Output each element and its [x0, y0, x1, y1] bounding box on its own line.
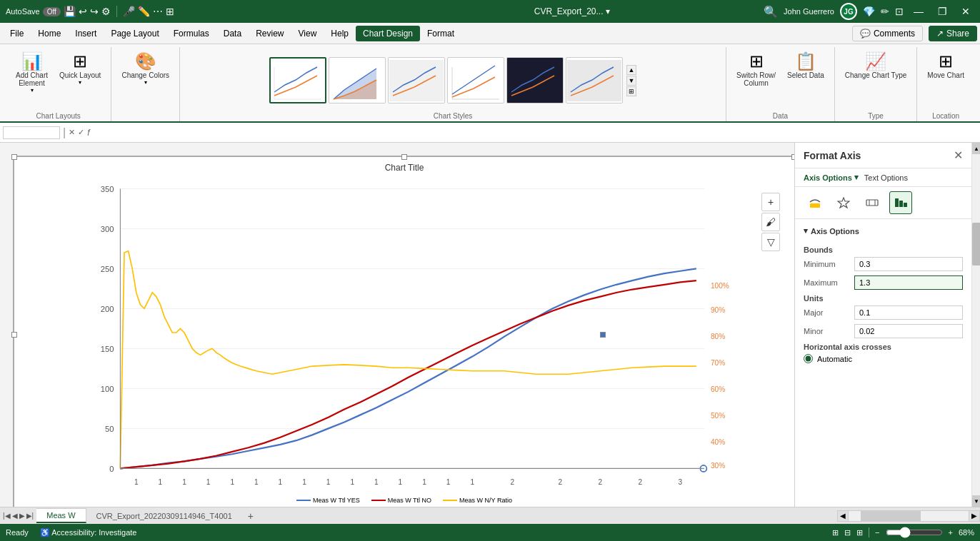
ribbon-icon[interactable]: 💎 [863, 6, 875, 17]
axis-options-tab[interactable]: Axis Options ▾ [804, 173, 859, 182]
save-icon[interactable]: 💾 [64, 6, 76, 17]
automatic-radio[interactable] [804, 354, 813, 363]
menu-formulas[interactable]: Formulas [166, 26, 216, 41]
panel-close-button[interactable]: ✕ [954, 148, 963, 162]
menu-format[interactable]: Format [420, 26, 461, 41]
panel-scroll-up[interactable]: ▲ [972, 143, 980, 154]
autosave-toggle[interactable]: Off [43, 7, 61, 16]
chart-styles-scroll-up[interactable]: ▲ [626, 65, 636, 75]
zoom-out-icon[interactable]: − [875, 528, 879, 537]
chart-title[interactable]: Chart Title [14, 163, 794, 173]
panel-scrollbar[interactable]: ▲ ▼ [971, 143, 980, 507]
axis-options-section-header[interactable]: ▾ Axis Options [804, 223, 963, 238]
search-icon[interactable]: 🔍 [764, 5, 778, 19]
name-box[interactable] [3, 126, 60, 139]
handle-topleft[interactable] [11, 154, 17, 160]
select-data-button[interactable]: 📋 Select Data [783, 50, 829, 82]
redo-icon[interactable]: ↪ [90, 6, 99, 17]
formula-confirm-icon[interactable]: ✓ [78, 128, 84, 138]
fill-icon-btn[interactable] [804, 191, 826, 214]
sheet-tab-meas-w[interactable]: Meas W [36, 508, 86, 523]
text-options-tab[interactable]: Text Options [864, 173, 908, 182]
avatar[interactable]: JG [840, 3, 857, 20]
svg-text:2: 2 [510, 478, 514, 486]
handle-top[interactable] [401, 154, 407, 160]
chart-filters-button[interactable]: ▽ [761, 233, 780, 251]
menu-chart-design[interactable]: Chart Design [356, 26, 420, 41]
sheet-tab-cvr-export[interactable]: CVR_Export_20220309114946_T4001 [86, 510, 242, 522]
page-layout-view-icon[interactable]: ⊟ [844, 528, 851, 537]
menu-data[interactable]: Data [216, 26, 249, 41]
page-break-view-icon[interactable]: ⊞ [856, 528, 863, 537]
handle-topright[interactable] [791, 154, 794, 160]
menu-insert[interactable]: Insert [68, 26, 104, 41]
comments-button[interactable]: 💬Comments [852, 26, 923, 41]
minimize-button[interactable]: — [909, 6, 928, 17]
handle-right[interactable] [600, 332, 606, 338]
scroll-right[interactable]: ▶ [969, 510, 980, 522]
close-button[interactable]: ✕ [957, 6, 974, 17]
zoom-in-icon[interactable]: + [949, 528, 953, 537]
add-sheet-button[interactable]: + [242, 508, 259, 524]
menu-file[interactable]: File [3, 26, 31, 41]
menu-review[interactable]: Review [249, 26, 291, 41]
axis-options-icon-btn[interactable] [889, 191, 912, 214]
minimum-input[interactable] [854, 257, 963, 271]
menu-help[interactable]: Help [324, 26, 356, 41]
pen-icon[interactable]: ✏️ [138, 6, 150, 17]
scroll-left[interactable]: ◀ [837, 510, 849, 522]
zoom-level[interactable]: 68% [959, 528, 974, 537]
move-chart-button[interactable]: ⊞ Move Chart [923, 50, 969, 82]
chart-style-5[interactable] [506, 57, 564, 103]
chart-styles-scroll-more[interactable]: ⊞ [626, 86, 636, 96]
comments-icon[interactable]: ✏ [881, 6, 889, 17]
switch-row-column-button[interactable]: ⊞ Switch Row/Column [732, 50, 780, 90]
maximum-input[interactable] [854, 275, 963, 290]
chart-style-3[interactable] [388, 57, 445, 103]
change-colors-button[interactable]: 🎨 Change Colors ▾ [117, 50, 174, 89]
more-icon[interactable]: ⋯ [153, 6, 163, 17]
mic-icon[interactable]: 🎤 [123, 6, 135, 17]
size-props-icon-btn[interactable] [861, 191, 884, 214]
chart-styles-button[interactable]: 🖌 [761, 213, 780, 231]
tab-nav-last[interactable]: ▶| [26, 512, 34, 520]
panel-scroll-thumb[interactable] [972, 223, 980, 266]
formula-insert-icon[interactable]: f [87, 128, 89, 138]
tab-nav-next[interactable]: ▶ [19, 512, 25, 520]
expand-icon[interactable]: ⊞ [166, 6, 174, 17]
filename-dropdown[interactable]: ▾ [606, 6, 610, 16]
share-button[interactable]: ↗Share [929, 26, 977, 41]
undo-icon[interactable]: ↩ [79, 6, 87, 17]
add-chart-element-button[interactable]: 📊 Add ChartElement ▾ [11, 50, 52, 96]
chart-style-6[interactable] [566, 57, 623, 103]
chart-elements-button[interactable]: + [761, 193, 780, 211]
chart-styles-scroll-down[interactable]: ▼ [626, 76, 636, 86]
add-chart-label: Add ChartElement [16, 71, 48, 87]
formula-input[interactable] [93, 128, 978, 137]
chart-style-4[interactable] [447, 57, 504, 103]
restore-icon[interactable]: ⊡ [895, 6, 904, 17]
menu-home[interactable]: Home [31, 26, 68, 41]
major-input[interactable] [854, 305, 963, 320]
change-chart-type-button[interactable]: 📈 Change Chart Type [841, 50, 911, 82]
restore-button[interactable]: ❐ [934, 6, 951, 17]
chart-style-2[interactable] [329, 57, 386, 103]
normal-view-icon[interactable]: ⊞ [832, 528, 839, 537]
panel-scroll-down[interactable]: ▼ [972, 495, 980, 507]
quick-layout-button[interactable]: ⊞ Quick Layout ▾ [55, 50, 105, 89]
legend-item-yes: Meas W Ttl YES [296, 497, 360, 504]
ribbon-group-location-content: ⊞ Move Chart [923, 47, 969, 111]
menu-page-layout[interactable]: Page Layout [104, 26, 166, 41]
effects-icon-btn[interactable] [832, 191, 855, 214]
tab-nav-prev[interactable]: ◀ [12, 512, 18, 520]
scroll-thumb[interactable] [861, 511, 921, 521]
chart-style-1[interactable] [269, 57, 326, 103]
menu-view[interactable]: View [291, 26, 324, 41]
minor-input[interactable] [854, 324, 963, 338]
ribbon-group-location: ⊞ Move Chart Location [917, 47, 974, 121]
tab-nav-first[interactable]: |◀ [3, 512, 11, 520]
formula-cancel-icon[interactable]: ✕ [69, 128, 75, 138]
zoom-slider[interactable] [886, 527, 943, 538]
customize-icon[interactable]: ⚙ [101, 6, 111, 17]
handle-left[interactable] [11, 332, 17, 338]
